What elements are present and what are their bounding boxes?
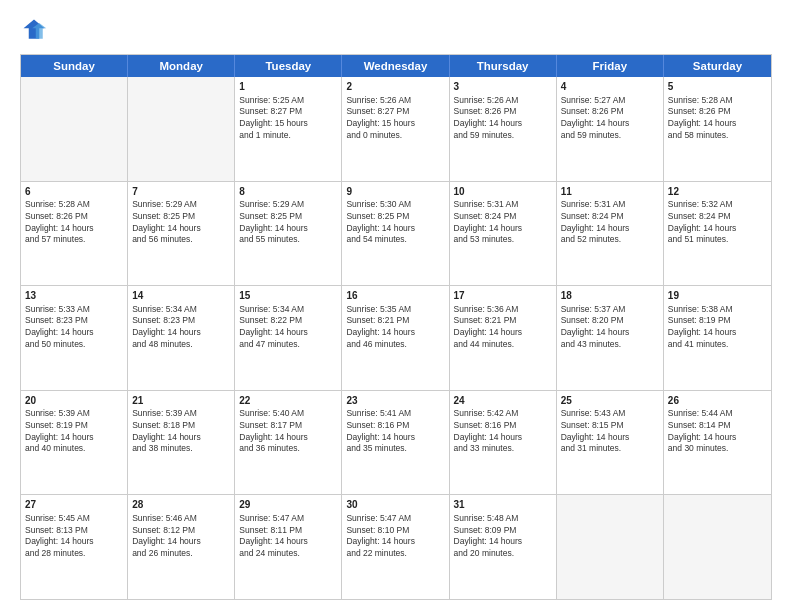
cell-info: Sunrise: 5:26 AMSunset: 8:26 PMDaylight:…	[454, 95, 552, 142]
calendar: SundayMondayTuesdayWednesdayThursdayFrid…	[20, 54, 772, 600]
cell-info: Sunrise: 5:25 AMSunset: 8:27 PMDaylight:…	[239, 95, 337, 142]
day-number: 16	[346, 289, 444, 303]
cell-info: Sunrise: 5:47 AMSunset: 8:11 PMDaylight:…	[239, 513, 337, 560]
cell-info: Sunrise: 5:35 AMSunset: 8:21 PMDaylight:…	[346, 304, 444, 351]
cell-info: Sunrise: 5:39 AMSunset: 8:18 PMDaylight:…	[132, 408, 230, 455]
cell-info: Sunrise: 5:26 AMSunset: 8:27 PMDaylight:…	[346, 95, 444, 142]
calendar-cell: 30Sunrise: 5:47 AMSunset: 8:10 PMDayligh…	[342, 495, 449, 599]
calendar-cell: 19Sunrise: 5:38 AMSunset: 8:19 PMDayligh…	[664, 286, 771, 390]
calendar-cell: 11Sunrise: 5:31 AMSunset: 8:24 PMDayligh…	[557, 182, 664, 286]
calendar-cell: 7Sunrise: 5:29 AMSunset: 8:25 PMDaylight…	[128, 182, 235, 286]
calendar-cell: 13Sunrise: 5:33 AMSunset: 8:23 PMDayligh…	[21, 286, 128, 390]
calendar-week-4: 20Sunrise: 5:39 AMSunset: 8:19 PMDayligh…	[21, 390, 771, 495]
cell-info: Sunrise: 5:44 AMSunset: 8:14 PMDaylight:…	[668, 408, 767, 455]
calendar-week-5: 27Sunrise: 5:45 AMSunset: 8:13 PMDayligh…	[21, 494, 771, 599]
cell-info: Sunrise: 5:37 AMSunset: 8:20 PMDaylight:…	[561, 304, 659, 351]
calendar-cell: 27Sunrise: 5:45 AMSunset: 8:13 PMDayligh…	[21, 495, 128, 599]
calendar-cell	[128, 77, 235, 181]
calendar-cell	[664, 495, 771, 599]
cell-info: Sunrise: 5:47 AMSunset: 8:10 PMDaylight:…	[346, 513, 444, 560]
calendar-cell: 20Sunrise: 5:39 AMSunset: 8:19 PMDayligh…	[21, 391, 128, 495]
cell-info: Sunrise: 5:48 AMSunset: 8:09 PMDaylight:…	[454, 513, 552, 560]
cell-info: Sunrise: 5:42 AMSunset: 8:16 PMDaylight:…	[454, 408, 552, 455]
day-number: 22	[239, 394, 337, 408]
calendar-cell: 4Sunrise: 5:27 AMSunset: 8:26 PMDaylight…	[557, 77, 664, 181]
calendar-cell: 9Sunrise: 5:30 AMSunset: 8:25 PMDaylight…	[342, 182, 449, 286]
cell-info: Sunrise: 5:33 AMSunset: 8:23 PMDaylight:…	[25, 304, 123, 351]
day-number: 29	[239, 498, 337, 512]
day-number: 20	[25, 394, 123, 408]
day-number: 28	[132, 498, 230, 512]
cell-info: Sunrise: 5:31 AMSunset: 8:24 PMDaylight:…	[561, 199, 659, 246]
cell-info: Sunrise: 5:43 AMSunset: 8:15 PMDaylight:…	[561, 408, 659, 455]
cell-info: Sunrise: 5:30 AMSunset: 8:25 PMDaylight:…	[346, 199, 444, 246]
day-number: 1	[239, 80, 337, 94]
calendar-cell: 23Sunrise: 5:41 AMSunset: 8:16 PMDayligh…	[342, 391, 449, 495]
day-number: 7	[132, 185, 230, 199]
calendar-cell	[21, 77, 128, 181]
logo-icon	[20, 16, 48, 44]
day-number: 19	[668, 289, 767, 303]
calendar-cell: 12Sunrise: 5:32 AMSunset: 8:24 PMDayligh…	[664, 182, 771, 286]
header-day-thursday: Thursday	[450, 55, 557, 77]
calendar-cell: 16Sunrise: 5:35 AMSunset: 8:21 PMDayligh…	[342, 286, 449, 390]
cell-info: Sunrise: 5:31 AMSunset: 8:24 PMDaylight:…	[454, 199, 552, 246]
cell-info: Sunrise: 5:46 AMSunset: 8:12 PMDaylight:…	[132, 513, 230, 560]
day-number: 24	[454, 394, 552, 408]
calendar-week-3: 13Sunrise: 5:33 AMSunset: 8:23 PMDayligh…	[21, 285, 771, 390]
day-number: 21	[132, 394, 230, 408]
day-number: 13	[25, 289, 123, 303]
day-number: 9	[346, 185, 444, 199]
calendar-week-1: 1Sunrise: 5:25 AMSunset: 8:27 PMDaylight…	[21, 77, 771, 181]
calendar-cell: 14Sunrise: 5:34 AMSunset: 8:23 PMDayligh…	[128, 286, 235, 390]
day-number: 18	[561, 289, 659, 303]
logo	[20, 16, 52, 44]
calendar-cell: 29Sunrise: 5:47 AMSunset: 8:11 PMDayligh…	[235, 495, 342, 599]
cell-info: Sunrise: 5:36 AMSunset: 8:21 PMDaylight:…	[454, 304, 552, 351]
calendar-cell: 21Sunrise: 5:39 AMSunset: 8:18 PMDayligh…	[128, 391, 235, 495]
calendar-cell: 2Sunrise: 5:26 AMSunset: 8:27 PMDaylight…	[342, 77, 449, 181]
calendar-cell: 10Sunrise: 5:31 AMSunset: 8:24 PMDayligh…	[450, 182, 557, 286]
day-number: 2	[346, 80, 444, 94]
cell-info: Sunrise: 5:34 AMSunset: 8:23 PMDaylight:…	[132, 304, 230, 351]
day-number: 11	[561, 185, 659, 199]
calendar-cell: 24Sunrise: 5:42 AMSunset: 8:16 PMDayligh…	[450, 391, 557, 495]
header-day-saturday: Saturday	[664, 55, 771, 77]
day-number: 4	[561, 80, 659, 94]
header-day-monday: Monday	[128, 55, 235, 77]
day-number: 26	[668, 394, 767, 408]
cell-info: Sunrise: 5:28 AMSunset: 8:26 PMDaylight:…	[25, 199, 123, 246]
day-number: 5	[668, 80, 767, 94]
calendar-cell: 1Sunrise: 5:25 AMSunset: 8:27 PMDaylight…	[235, 77, 342, 181]
calendar-week-2: 6Sunrise: 5:28 AMSunset: 8:26 PMDaylight…	[21, 181, 771, 286]
calendar-cell	[557, 495, 664, 599]
calendar-cell: 26Sunrise: 5:44 AMSunset: 8:14 PMDayligh…	[664, 391, 771, 495]
cell-info: Sunrise: 5:32 AMSunset: 8:24 PMDaylight:…	[668, 199, 767, 246]
cell-info: Sunrise: 5:29 AMSunset: 8:25 PMDaylight:…	[239, 199, 337, 246]
cell-info: Sunrise: 5:28 AMSunset: 8:26 PMDaylight:…	[668, 95, 767, 142]
calendar-cell: 25Sunrise: 5:43 AMSunset: 8:15 PMDayligh…	[557, 391, 664, 495]
cell-info: Sunrise: 5:29 AMSunset: 8:25 PMDaylight:…	[132, 199, 230, 246]
calendar-cell: 17Sunrise: 5:36 AMSunset: 8:21 PMDayligh…	[450, 286, 557, 390]
day-number: 23	[346, 394, 444, 408]
cell-info: Sunrise: 5:39 AMSunset: 8:19 PMDaylight:…	[25, 408, 123, 455]
header-day-tuesday: Tuesday	[235, 55, 342, 77]
header-day-sunday: Sunday	[21, 55, 128, 77]
day-number: 27	[25, 498, 123, 512]
calendar-cell: 6Sunrise: 5:28 AMSunset: 8:26 PMDaylight…	[21, 182, 128, 286]
calendar-cell: 3Sunrise: 5:26 AMSunset: 8:26 PMDaylight…	[450, 77, 557, 181]
cell-info: Sunrise: 5:40 AMSunset: 8:17 PMDaylight:…	[239, 408, 337, 455]
page-header	[20, 16, 772, 44]
cell-info: Sunrise: 5:41 AMSunset: 8:16 PMDaylight:…	[346, 408, 444, 455]
calendar-cell: 15Sunrise: 5:34 AMSunset: 8:22 PMDayligh…	[235, 286, 342, 390]
day-number: 15	[239, 289, 337, 303]
calendar-cell: 28Sunrise: 5:46 AMSunset: 8:12 PMDayligh…	[128, 495, 235, 599]
header-day-wednesday: Wednesday	[342, 55, 449, 77]
day-number: 30	[346, 498, 444, 512]
cell-info: Sunrise: 5:45 AMSunset: 8:13 PMDaylight:…	[25, 513, 123, 560]
header-day-friday: Friday	[557, 55, 664, 77]
calendar-cell: 22Sunrise: 5:40 AMSunset: 8:17 PMDayligh…	[235, 391, 342, 495]
calendar-cell: 8Sunrise: 5:29 AMSunset: 8:25 PMDaylight…	[235, 182, 342, 286]
cell-info: Sunrise: 5:34 AMSunset: 8:22 PMDaylight:…	[239, 304, 337, 351]
calendar-cell: 31Sunrise: 5:48 AMSunset: 8:09 PMDayligh…	[450, 495, 557, 599]
